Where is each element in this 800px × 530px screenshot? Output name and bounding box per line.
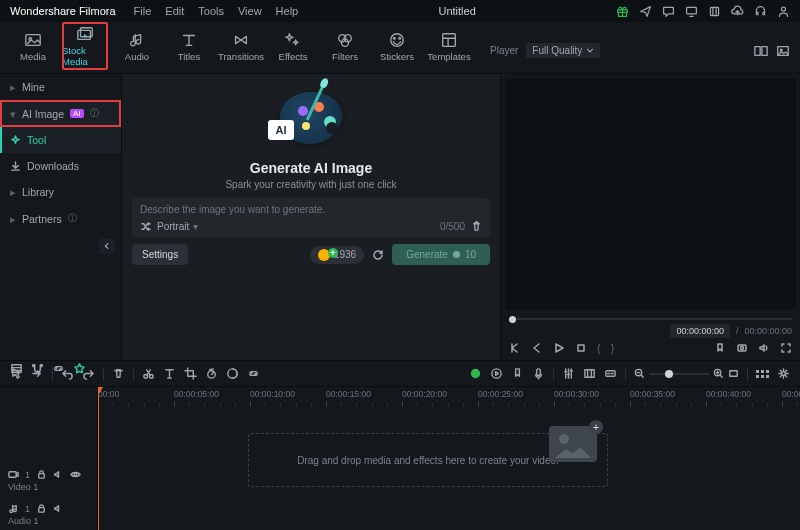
text-tool-icon[interactable]: [163, 367, 176, 380]
sidebar-item-downloads[interactable]: Downloads: [0, 153, 121, 179]
caption-icon[interactable]: [604, 367, 617, 380]
adjust-icon[interactable]: [583, 367, 596, 380]
zoom-out-icon[interactable]: [634, 368, 645, 379]
step-back-icon[interactable]: [531, 342, 543, 354]
sidebar-item-mine[interactable]: ▸Mine: [0, 74, 121, 100]
send-icon[interactable]: [639, 5, 652, 18]
time-ruler[interactable]: 00:0000:00:05:0000:00:10:0000:00:15:0000…: [98, 387, 800, 411]
shuffle-icon[interactable]: [140, 221, 151, 232]
titlebar: Wondershare Filmora File Edit Tools View…: [0, 0, 800, 22]
tab-media[interactable]: Media: [10, 22, 56, 70]
menu-view[interactable]: View: [238, 5, 262, 17]
audio-icon: [128, 31, 146, 49]
video-track-header[interactable]: 1 Video 1: [0, 467, 97, 501]
svg-point-21: [741, 347, 744, 350]
menu-help[interactable]: Help: [276, 5, 299, 17]
sidebar-item-tool[interactable]: Tool: [0, 127, 121, 153]
delete-icon[interactable]: [112, 367, 125, 380]
aspect-selector[interactable]: Portrait▾: [157, 221, 198, 232]
stock-media-sidebar: ▸Mine ▾AI ImageAIⓘ Tool Downloads ▸Libra…: [0, 74, 122, 360]
refresh-icon: [372, 249, 384, 261]
timeline-canvas[interactable]: 00:0000:00:05:0000:00:10:0000:00:15:0000…: [98, 387, 800, 530]
library-icon[interactable]: [708, 5, 721, 18]
zoom-fit-icon[interactable]: [728, 368, 739, 379]
stop-icon[interactable]: [575, 342, 587, 354]
link-toggle-icon[interactable]: [52, 362, 65, 375]
audio-track-header[interactable]: 1 Audio 1: [0, 501, 97, 530]
headset-icon[interactable]: [754, 5, 767, 18]
settings-gear-icon[interactable]: [777, 367, 790, 380]
playhead[interactable]: [98, 387, 99, 530]
tab-transitions[interactable]: Transitions: [218, 22, 264, 70]
magnet-icon[interactable]: [31, 362, 44, 375]
sidebar-item-library[interactable]: ▸Library: [0, 179, 121, 205]
gift-icon[interactable]: [616, 5, 629, 18]
menu-edit[interactable]: Edit: [165, 5, 184, 17]
record-vo-icon[interactable]: [532, 367, 545, 380]
color-icon[interactable]: [226, 367, 239, 380]
mixer-icon[interactable]: [562, 367, 575, 380]
cloud-upload-icon[interactable]: [731, 5, 744, 18]
play-tl-icon[interactable]: [490, 367, 503, 380]
menu-file[interactable]: File: [134, 5, 152, 17]
lock-icon[interactable]: [36, 469, 47, 480]
player-label: Player: [490, 45, 518, 56]
sidebar-collapse-button[interactable]: [99, 238, 115, 254]
comment-icon[interactable]: [662, 5, 675, 18]
player-seek[interactable]: [509, 316, 792, 322]
ai-image-panel: AI Generate AI Image Spark your creativi…: [122, 74, 500, 360]
tab-stock-media[interactable]: Stock Media: [62, 22, 108, 70]
credits-pill[interactable]: 1936: [310, 246, 364, 264]
volume-icon[interactable]: [758, 342, 770, 354]
info-icon[interactable]: ⓘ: [68, 212, 77, 225]
tab-filters[interactable]: Filters: [322, 22, 368, 70]
info-icon[interactable]: ⓘ: [90, 107, 99, 120]
transitions-icon: [232, 31, 250, 49]
fullscreen-icon[interactable]: [780, 342, 792, 354]
svg-point-27: [492, 369, 501, 378]
main-menu: File Edit Tools View Help: [134, 5, 299, 17]
account-icon[interactable]: [777, 5, 790, 18]
mute-icon[interactable]: [53, 469, 64, 480]
compare-view-icon[interactable]: [754, 44, 768, 58]
render-indicator-icon[interactable]: [469, 367, 482, 380]
quality-selector[interactable]: Full Quality: [526, 43, 600, 58]
sidebar-item-ai-image[interactable]: ▾AI ImageAIⓘ: [0, 100, 121, 127]
prompt-input[interactable]: Describe the image you want to generate.: [140, 204, 482, 215]
auto-ripple-icon[interactable]: [73, 362, 86, 375]
audio-track-icon: [8, 503, 19, 514]
mute-icon[interactable]: [53, 503, 64, 514]
image-view-icon[interactable]: [776, 44, 790, 58]
tab-effects[interactable]: Effects: [270, 22, 316, 70]
refresh-button[interactable]: [370, 247, 386, 263]
trash-icon[interactable]: [471, 221, 482, 232]
speed-icon[interactable]: [205, 367, 218, 380]
zoom-in-icon[interactable]: [713, 368, 724, 379]
snapshot-icon[interactable]: [736, 342, 748, 354]
tab-templates[interactable]: Templates: [426, 22, 472, 70]
marker-tl-icon[interactable]: [511, 367, 524, 380]
marker-icon[interactable]: [714, 342, 726, 354]
stickers-icon: [388, 31, 406, 49]
settings-button[interactable]: Settings: [132, 244, 188, 265]
play-icon[interactable]: [553, 342, 565, 354]
tab-stickers[interactable]: Stickers: [374, 22, 420, 70]
track-label: Audio 1: [8, 516, 89, 526]
lock-icon[interactable]: [36, 503, 47, 514]
eye-icon[interactable]: [70, 469, 81, 480]
track-panel-icon[interactable]: [10, 362, 23, 375]
tab-audio[interactable]: Audio: [114, 22, 160, 70]
device-icon[interactable]: [685, 5, 698, 18]
tab-titles[interactable]: Titles: [166, 22, 212, 70]
menu-tools[interactable]: Tools: [198, 5, 224, 17]
player-viewport[interactable]: [505, 78, 796, 310]
zoom-slider[interactable]: [634, 368, 739, 379]
drop-zone[interactable]: + Drag and drop media and effects here t…: [248, 433, 608, 487]
crop-icon[interactable]: [184, 367, 197, 380]
split-icon[interactable]: [142, 367, 155, 380]
grid-view-icon[interactable]: [756, 370, 769, 378]
prev-frame-icon[interactable]: [509, 342, 521, 354]
link-icon[interactable]: [247, 367, 260, 380]
generate-button[interactable]: Generate10: [392, 244, 490, 265]
sidebar-item-partners[interactable]: ▸Partnersⓘ: [0, 205, 121, 232]
